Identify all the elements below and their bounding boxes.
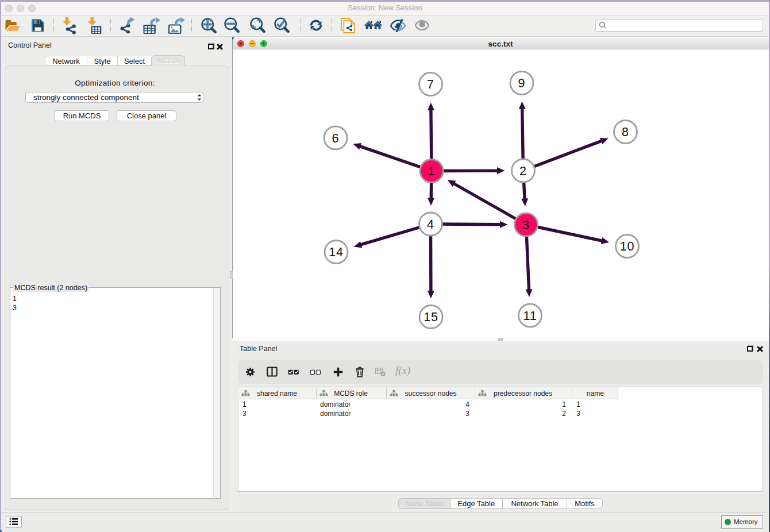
svg-text:11: 11 bbox=[523, 309, 537, 323]
svg-text:10: 10 bbox=[620, 240, 635, 253]
svg-text:14: 14 bbox=[329, 245, 344, 259]
svg-text:3: 3 bbox=[522, 218, 530, 232]
svg-text:6: 6 bbox=[332, 132, 340, 145]
svg-text:4: 4 bbox=[427, 218, 434, 232]
svg-text:15: 15 bbox=[424, 310, 438, 324]
svg-text:1: 1 bbox=[428, 164, 436, 178]
svg-text:2: 2 bbox=[519, 164, 527, 178]
svg-text:9: 9 bbox=[518, 76, 526, 90]
svg-text:7: 7 bbox=[427, 78, 434, 91]
svg-text:8: 8 bbox=[622, 125, 629, 139]
